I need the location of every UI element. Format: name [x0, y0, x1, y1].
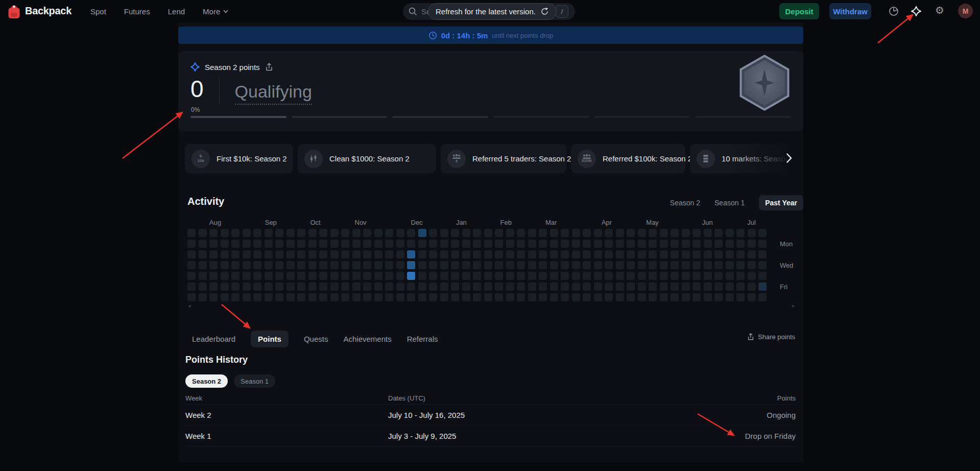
heatmap-cell [572, 261, 580, 269]
heatmap-cell [484, 229, 492, 237]
tab-leaderboard[interactable]: Leaderboard [192, 335, 235, 343]
heatmap-cell [308, 272, 317, 280]
filter-season-2[interactable]: Season 2 [185, 374, 228, 388]
season-rank-badge-image [735, 55, 794, 113]
heatmap-month-label: Dec [411, 219, 423, 226]
heatmap-cell [473, 261, 481, 269]
backpack-logo-icon[interactable] [7, 4, 21, 21]
user-avatar[interactable]: M [958, 4, 973, 18]
tab-achievements[interactable]: Achievements [343, 335, 391, 343]
qualifying-status: Qualifying [235, 83, 312, 105]
tab-quests[interactable]: Quests [304, 335, 328, 343]
heatmap-scroll-right-icon[interactable]: ▸ [792, 302, 795, 309]
heatmap-cell [736, 293, 745, 301]
heatmap-cell [758, 250, 767, 258]
table-header: Week Dates (UTC) Points [185, 393, 796, 405]
heatmap-month-label: Jun [702, 219, 713, 226]
heatmap-scroll-left-icon[interactable]: ◂ [188, 302, 191, 309]
heatmap-cell [671, 229, 679, 237]
heatmap-cell [187, 272, 196, 280]
heatmap-cell [243, 250, 251, 258]
heatmap-cell [539, 250, 547, 258]
progress-segment [392, 116, 488, 118]
tab-points[interactable]: Points [251, 331, 289, 347]
heatmap-cell [462, 282, 470, 291]
heatmap-cell [583, 261, 591, 269]
share-points-button[interactable]: Share points [747, 333, 795, 341]
heatmap-cell [451, 240, 459, 248]
badge-label: Referred $100k: Season 2 [603, 154, 692, 163]
heatmap-cell [275, 293, 283, 301]
heatmap-cell [736, 250, 745, 258]
heatmap-cell [253, 229, 261, 237]
range-tab-season-2[interactable]: Season 2 [670, 199, 700, 207]
heatmap-cell [253, 250, 261, 258]
heatmap-cell [221, 250, 229, 258]
nav-item-more[interactable]: More [203, 7, 228, 16]
badge-label: 10 markets: Season 2 [722, 154, 796, 163]
badge-first-10k[interactable]: $ 10k First $10k: Season 2 [185, 144, 293, 173]
heatmap-cell [517, 240, 525, 248]
heatmap-cell [396, 282, 404, 291]
withdraw-button[interactable]: Withdraw [829, 3, 871, 19]
badge-referred-100k[interactable]: $100k Referred $100k: Season 2 [571, 144, 685, 173]
heatmap-cell [594, 250, 602, 258]
heatmap-cell [704, 293, 712, 301]
heatmap-cell [616, 272, 624, 280]
heatmap-cell [616, 229, 624, 237]
heatmap-cell [209, 261, 218, 269]
heatmap-cell [330, 293, 339, 301]
heatmap-cell [638, 293, 646, 301]
points-sparkle-icon[interactable] [911, 6, 922, 17]
heatmap-cell [682, 293, 690, 301]
settings-gear-icon[interactable]: ⚙ [934, 5, 945, 16]
heatmap-cell [308, 250, 317, 258]
page-root: Backpack Spot Futures Lend More Refresh … [0, 0, 980, 471]
range-tab-past-year[interactable]: Past Year [759, 195, 803, 210]
heatmap-cell [726, 293, 734, 301]
tab-referrals[interactable]: Referrals [407, 335, 438, 343]
heatmap-cell [692, 261, 701, 269]
heatmap-cell [660, 293, 668, 301]
heatmap-cell [396, 261, 404, 269]
heatmap-cell [209, 282, 218, 291]
heatmap-cell [275, 272, 283, 280]
badge-referred-5-traders[interactable]: 5 Referred 5 traders: Season 2 [441, 144, 566, 173]
nav-item-futures[interactable]: Futures [124, 7, 150, 16]
heatmap-cell [594, 293, 602, 301]
heatmap-cell [495, 272, 503, 280]
badge-label: Clean $1000: Season 2 [329, 154, 410, 163]
range-tab-season-1[interactable]: Season 1 [714, 199, 745, 207]
heatmap-cell [418, 261, 426, 269]
heatmap-cell [451, 250, 459, 258]
candles-icon [304, 150, 323, 168]
heatmap-cell [495, 261, 503, 269]
deposit-button[interactable]: Deposit [779, 3, 819, 19]
heatmap-cell [748, 272, 756, 280]
heatmap-cell [407, 282, 415, 291]
heatmap-cell [265, 229, 273, 237]
season-points-card: Season 2 points 0 Qualifying 0% [178, 51, 803, 131]
heatmap-cell [352, 261, 361, 269]
heatmap-cell [704, 272, 712, 280]
share-icon[interactable] [265, 63, 273, 72]
heatmap-cell [253, 240, 261, 248]
brand-name[interactable]: Backpack [25, 5, 71, 17]
heatmap-cell [484, 293, 492, 301]
heatmap-cell [440, 261, 448, 269]
nav-item-lend[interactable]: Lend [168, 7, 185, 16]
refresh-version-tooltip[interactable]: Refresh for the latest version. [428, 3, 557, 20]
filter-season-1[interactable]: Season 1 [234, 374, 275, 388]
badge-clean-1000[interactable]: Clean $1000: Season 2 [298, 144, 436, 173]
heatmap-cell [726, 272, 734, 280]
heatmap-cell [583, 240, 591, 248]
badge-icon-text: 10k [197, 159, 204, 163]
progress-segment [292, 116, 388, 118]
heatmap-cell [758, 261, 767, 269]
nav-item-spot[interactable]: Spot [90, 7, 106, 16]
badges-scroll-right-icon[interactable] [786, 153, 792, 165]
activity-title: Activity [187, 196, 224, 207]
heatmap-cell [187, 250, 196, 258]
heatmap-cell [297, 229, 305, 237]
portfolio-pie-icon[interactable] [888, 6, 899, 17]
